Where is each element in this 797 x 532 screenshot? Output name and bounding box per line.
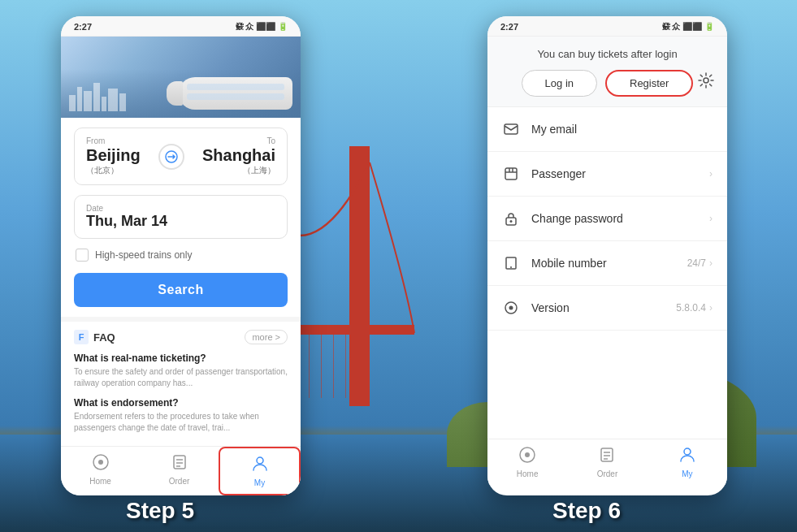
password-icon	[502, 210, 520, 227]
auth-buttons: Log in Register	[500, 70, 714, 97]
register-button[interactable]: Register	[605, 70, 693, 97]
svg-rect-9	[505, 124, 518, 134]
route-from: From Beijing （北京）	[86, 136, 141, 176]
faq-header: F FAQ more >	[74, 330, 288, 344]
svg-point-22	[684, 448, 691, 455]
svg-point-7	[257, 457, 263, 464]
passenger-arrow: ›	[709, 168, 713, 179]
menu-item-passenger[interactable]: Passenger ›	[487, 152, 727, 197]
home-icon-left	[92, 453, 110, 475]
nav-order-right[interactable]: Order	[567, 439, 647, 485]
hero-train	[179, 77, 292, 110]
menu-item-email[interactable]: My email	[487, 107, 727, 152]
search-button[interactable]: Search	[74, 273, 288, 307]
status-icons-left: 鼗 众 ⬛⬛ 🔋	[236, 21, 288, 32]
svg-point-13	[510, 266, 512, 268]
login-button[interactable]: Log in	[522, 70, 597, 97]
nav-home-right[interactable]: Home	[487, 439, 567, 485]
bottom-nav-right: Home Order	[487, 439, 727, 485]
from-label: From	[86, 136, 141, 145]
menu-item-version[interactable]: Version 5.8.0.4 ›	[487, 286, 727, 331]
route-row[interactable]: From Beijing （北京） To Shanghai （上海）	[74, 128, 288, 185]
nav-my-right[interactable]: My	[648, 439, 727, 485]
svg-point-12	[510, 220, 513, 223]
highspeed-checkbox-row[interactable]: High-speed trains only	[74, 249, 288, 262]
status-bar-right: 2:27 鼗 众 ⬛⬛ 🔋	[487, 16, 727, 37]
status-icons-right: 鼗 众 ⬛⬛ 🔋	[662, 21, 714, 32]
faq-section: F FAQ more > What is real-name ticketing…	[61, 317, 301, 450]
menu-item-password[interactable]: Change password ›	[487, 197, 727, 241]
my-icon-left	[251, 455, 269, 477]
step6-label: Step 6	[552, 498, 621, 524]
password-arrow: ›	[709, 213, 713, 224]
nav-order-left[interactable]: Order	[140, 447, 219, 495]
order-icon-right	[598, 446, 616, 468]
to-city-zh: （上海）	[202, 165, 275, 176]
passenger-label: Passenger	[531, 167, 709, 180]
nav-home-label-left: Home	[89, 477, 111, 486]
route-to: To Shanghai （上海）	[202, 136, 275, 176]
login-prompt: You can buy tickets after login	[500, 48, 714, 60]
version-value: 5.8.0.4	[676, 302, 706, 314]
date-row[interactable]: Date Thu, Mar 14	[74, 195, 288, 239]
email-icon	[502, 120, 520, 138]
bridge-tower-right	[349, 146, 370, 406]
step5-label: Step 5	[126, 498, 194, 524]
faq-title-text: FAQ	[93, 331, 115, 344]
bridge-suspender	[345, 333, 346, 398]
nav-home-label-right: Home	[517, 469, 539, 478]
faq-more-button[interactable]: more >	[245, 330, 288, 344]
email-label: My email	[531, 123, 713, 136]
phone-right: 2:27 鼗 众 ⬛⬛ 🔋 You can buy tickets after …	[487, 16, 727, 495]
right-phone-content: You can buy tickets after login Log in R…	[487, 37, 727, 485]
bottom-nav-left: Home Order My	[61, 446, 301, 495]
highspeed-checkbox[interactable]	[76, 249, 89, 262]
bridge-suspender	[321, 333, 322, 398]
faq-item-1[interactable]: What is real-name ticketing? To ensure t…	[74, 353, 288, 389]
settings-header: You can buy tickets after login Log in R…	[487, 37, 727, 107]
to-label: To	[202, 136, 275, 145]
nav-my-label-left: My	[254, 478, 265, 487]
time-right: 2:27	[500, 22, 518, 32]
faq-item-2[interactable]: What is endorsement? Endorsement refers …	[74, 397, 288, 434]
highspeed-label: High-speed trains only	[95, 249, 192, 261]
mobile-icon	[502, 254, 520, 272]
svg-rect-10	[505, 168, 517, 179]
date-value: Thu, Mar 14	[86, 213, 275, 230]
mobile-arrow: ›	[709, 257, 713, 269]
order-icon-left	[171, 453, 188, 475]
faq-q-1: What is real-name ticketing?	[74, 353, 288, 364]
mobile-value: 24/7	[687, 257, 706, 269]
bridge-suspender	[333, 333, 334, 398]
swap-button[interactable]	[158, 144, 184, 170]
from-city-zh: （北京）	[86, 165, 141, 176]
passenger-icon	[502, 165, 520, 183]
faq-icon: F	[74, 330, 89, 344]
svg-point-17	[525, 452, 530, 457]
version-icon	[502, 299, 520, 317]
svg-point-8	[704, 78, 708, 83]
bridge-suspender	[309, 333, 310, 398]
version-label: Version	[531, 301, 676, 314]
phone-left: 2:27 鼗 众 ⬛⬛ 🔋 From Beijing （北京）	[61, 16, 301, 495]
status-bar-left: 2:27 鼗 众 ⬛⬛ 🔋	[61, 16, 301, 37]
time-left: 2:27	[74, 22, 92, 32]
from-city: Beijing	[86, 145, 141, 165]
nav-order-label-left: Order	[169, 477, 190, 486]
svg-point-2	[98, 460, 103, 465]
nav-my-label-right: My	[682, 469, 692, 478]
password-label: Change password	[531, 212, 709, 225]
mobile-label: Mobile number	[531, 257, 687, 270]
menu-item-mobile[interactable]: Mobile number 24/7 ›	[487, 241, 727, 286]
to-city: Shanghai	[202, 145, 275, 165]
nav-my-left[interactable]: My	[219, 447, 301, 495]
skyline	[69, 83, 126, 111]
faq-title: F FAQ	[74, 330, 115, 344]
hero-image	[61, 37, 301, 118]
my-icon-right	[678, 446, 696, 468]
settings-gear-icon[interactable]	[698, 72, 714, 93]
version-arrow: ›	[709, 302, 713, 314]
faq-q-2: What is endorsement?	[74, 397, 288, 409]
nav-home-left[interactable]: Home	[61, 447, 140, 495]
booking-form: From Beijing （北京） To Shanghai （上海） Date …	[61, 118, 301, 317]
